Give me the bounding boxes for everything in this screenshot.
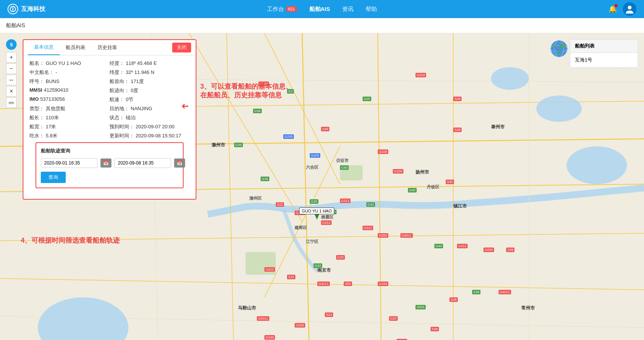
nav-workbench[interactable]: 工作台 651 bbox=[267, 6, 297, 13]
ship-count-badge: 9 bbox=[6, 39, 17, 50]
road-badge-g25-3: G25 bbox=[336, 255, 345, 260]
logo-text: 互海科技 bbox=[21, 5, 45, 13]
svg-point-22 bbox=[567, 146, 627, 184]
ship-list-item-1[interactable]: 互海1号 bbox=[570, 53, 638, 68]
close-control-button[interactable]: × bbox=[6, 86, 17, 97]
tab-crew-list[interactable]: 船员列表 bbox=[60, 40, 91, 55]
road-badge-g205-2: G205 bbox=[310, 153, 320, 158]
road-badge-s29: S29 bbox=[453, 97, 462, 101]
svg-point-1 bbox=[628, 6, 632, 9]
tab-history-dock[interactable]: 历史挂靠 bbox=[91, 40, 123, 55]
main-nav: 工作台 651 船舶AIS 资讯 帮助 bbox=[267, 6, 377, 13]
road-badge-g104-2: G104 bbox=[378, 282, 388, 286]
callsign-row: 呼号： BUNS bbox=[29, 78, 110, 85]
logo[interactable]: 互海科技 bbox=[8, 4, 45, 14]
road-badge-g4011: G4011 bbox=[400, 233, 413, 238]
mmsi-row: MMSI 412590410 bbox=[29, 87, 110, 94]
length-row: 船长： 110米 bbox=[29, 114, 110, 121]
panel-tabs: 基本信息 船员列表 历史挂靠 关闭 bbox=[23, 40, 196, 55]
ship-triangle-icon bbox=[315, 214, 319, 220]
road-badge-g328-2: G328 bbox=[393, 169, 403, 174]
track-query-button[interactable]: 查询 bbox=[41, 172, 66, 183]
header-right: 🔔 bbox=[608, 2, 636, 16]
road-badge-g312-3: G312 bbox=[363, 226, 373, 230]
road-badge-g25: G25 bbox=[363, 97, 371, 101]
road-badge-g055: G055 bbox=[378, 233, 388, 238]
subheader: 船舶AIS bbox=[0, 18, 644, 33]
road-badge-g346: G346 bbox=[264, 335, 275, 340]
draft-row: 吃水： 5.8米 bbox=[29, 132, 110, 139]
latitude-row: 纬度： 32º 11.946 N bbox=[110, 69, 190, 76]
road-badge-g36-2: G36 bbox=[234, 143, 243, 147]
district-dantu: 丹徒区 bbox=[427, 184, 439, 190]
workbench-badge: 651 bbox=[286, 6, 297, 12]
district-liuhe: 六合区 bbox=[306, 165, 318, 170]
notification-bell[interactable]: 🔔 bbox=[608, 5, 617, 13]
eta-row: 预到时间： 2020-09-07 20:00 bbox=[110, 123, 190, 130]
status-row: 状态： 锚泊 bbox=[110, 114, 190, 121]
road-badge-g25-2: G25 bbox=[310, 199, 318, 204]
map-controls: 9 + − ↔ × nm bbox=[6, 39, 17, 108]
zoom-in-button[interactable]: + bbox=[6, 52, 17, 63]
pan-button[interactable]: ↔ bbox=[6, 75, 17, 85]
district-jiangning: 江宁区 bbox=[306, 239, 318, 245]
nav-news[interactable]: 资讯 bbox=[342, 6, 354, 13]
nav-workbench-label: 工作台 bbox=[267, 6, 284, 13]
page-title: 船舶AIS bbox=[6, 22, 25, 29]
road-badge-s22: S22 bbox=[276, 202, 284, 207]
city-taizhou: 泰州市 bbox=[491, 124, 505, 130]
road-badge-g40-3: G40 bbox=[434, 244, 443, 248]
svg-point-24 bbox=[491, 67, 529, 90]
road-badge-g4211: G4211 bbox=[317, 282, 330, 286]
zoom-out-button[interactable]: − bbox=[6, 63, 17, 74]
road-badge-s35: S35 bbox=[446, 180, 454, 184]
avatar[interactable] bbox=[623, 2, 636, 16]
end-calendar-button[interactable]: 📅 bbox=[174, 158, 185, 168]
city-nanjing: 南京市 bbox=[317, 267, 331, 274]
ship-info-content: 船名： GUO YU 1 HAO 经度： 118º 45.468 E 中文船名：… bbox=[23, 55, 196, 199]
road-badge-s38: S38 bbox=[472, 290, 480, 294]
road-badge-s48: S48 bbox=[431, 327, 439, 331]
logo-icon bbox=[8, 4, 18, 14]
road-badge-g42: G42 bbox=[366, 202, 375, 207]
road-badge-g205-1: G205 bbox=[283, 134, 294, 139]
ship-info-panel: 基本信息 船员列表 历史挂靠 关闭 船名： GUO YU 1 HAO 经度： 1… bbox=[23, 39, 196, 200]
tab-basic-info[interactable]: 基本信息 bbox=[28, 40, 60, 55]
track-query-title: 船舶轨迹查询 bbox=[41, 148, 178, 154]
district-yizheng: 仪征市 bbox=[336, 158, 349, 163]
annotation-3: 3、可以查看船舶的基本信息、 在船船员、历史挂靠等信息 bbox=[200, 82, 292, 100]
annotation-3-arrow: ➜ bbox=[181, 101, 189, 112]
track-query-section: 船舶轨迹查询 📅 📅 查询 bbox=[36, 142, 184, 188]
course-row: 航迹向： 0度 bbox=[110, 87, 190, 94]
road-badge-g312-4: G312 bbox=[457, 244, 468, 248]
nav-help[interactable]: 帮助 bbox=[366, 6, 377, 13]
district-jiangpu: 滁州区 bbox=[249, 195, 262, 201]
ship-name-row: 船名： GUO YU 1 HAO bbox=[29, 60, 110, 67]
info-grid: 船名： GUO YU 1 HAO 经度： 118º 45.468 E 中文船名：… bbox=[29, 60, 190, 139]
annotation-4: 4、可根据时间筛选查看船舶轨迹 bbox=[21, 236, 120, 245]
dest-row: 目的地： NANJING bbox=[110, 105, 190, 112]
track-end-date[interactable] bbox=[114, 158, 171, 168]
type-row: 类型： 其他货船 bbox=[29, 105, 110, 112]
road-badge-g5011: G5011 bbox=[257, 316, 269, 321]
cn-name-row: 中文船名： - bbox=[29, 69, 110, 76]
ship-list-panel: 船舶列表 互海1号 bbox=[570, 39, 638, 68]
panel-close-button[interactable]: 关闭 bbox=[172, 43, 191, 52]
ship-list-title: 船舶列表 bbox=[570, 40, 638, 53]
road-badge-g25-4: G25 bbox=[389, 316, 398, 321]
ship-marker[interactable]: GUO YU 1 HAO bbox=[299, 208, 334, 220]
start-calendar-button[interactable]: 📅 bbox=[100, 158, 111, 168]
track-start-date[interactable] bbox=[41, 158, 97, 168]
road-badge-g655: G655 bbox=[483, 248, 494, 252]
svg-point-23 bbox=[536, 95, 582, 122]
ship-label: GUO YU 1 HAO bbox=[299, 208, 334, 214]
road-badge-g36-1: G36 bbox=[253, 109, 262, 113]
road-badge-s38-2: S38 bbox=[449, 297, 458, 302]
road-badge-s55: S55 bbox=[344, 282, 352, 286]
road-badge-g312-2: G312 bbox=[321, 220, 332, 225]
nav-ship-ais[interactable]: 船舶AIS bbox=[309, 6, 330, 13]
imo-row: IMO 537133056 bbox=[29, 96, 110, 103]
unit-button[interactable]: nm bbox=[6, 97, 17, 108]
notification-dot bbox=[615, 4, 618, 7]
road-badge-s28: S28 bbox=[453, 128, 462, 132]
